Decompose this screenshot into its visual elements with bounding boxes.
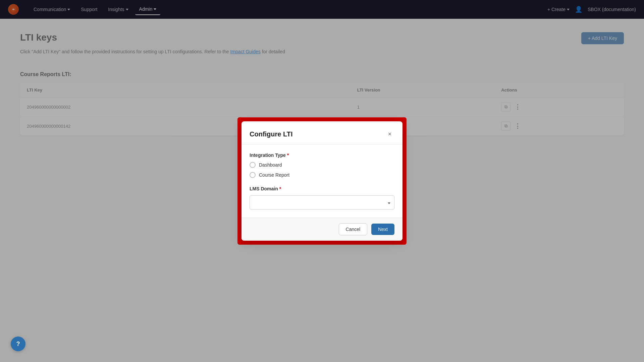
radio-label-dashboard: Dashboard	[259, 162, 282, 168]
configure-lti-modal: Configure LTI × Integration Type* Dashbo…	[241, 121, 402, 241]
help-button[interactable]: ?	[11, 337, 25, 351]
modal-overlay: Configure LTI × Integration Type* Dashbo…	[0, 0, 644, 362]
modal-highlight: Configure LTI × Integration Type* Dashbo…	[237, 117, 407, 245]
modal-title: Configure LTI	[250, 130, 293, 138]
required-star: *	[287, 153, 289, 158]
radio-circle-dashboard	[250, 162, 256, 168]
radio-label-course-report: Course Report	[259, 172, 289, 178]
radio-dashboard[interactable]: Dashboard	[250, 162, 394, 168]
radio-course-report[interactable]: Course Report	[250, 172, 394, 178]
lms-domain-field: LMS Domain*	[250, 186, 394, 209]
required-star-lms: *	[279, 186, 281, 191]
modal-body: Integration Type* Dashboard Course Repor…	[241, 144, 402, 218]
integration-type-label: Integration Type*	[250, 153, 394, 158]
cancel-button[interactable]: Cancel	[339, 223, 368, 235]
lms-domain-label: LMS Domain*	[250, 186, 394, 191]
next-button[interactable]: Next	[371, 224, 394, 235]
modal-footer: Cancel Next	[241, 218, 402, 241]
lms-domain-select[interactable]	[250, 195, 394, 209]
modal-header: Configure LTI ×	[241, 121, 402, 144]
lms-domain-select-wrapper	[250, 195, 394, 209]
modal-close-button[interactable]: ×	[385, 129, 394, 139]
integration-type-field: Integration Type* Dashboard Course Repor…	[250, 153, 394, 178]
radio-circle-course-report	[250, 172, 256, 178]
radio-group: Dashboard Course Report	[250, 162, 394, 178]
